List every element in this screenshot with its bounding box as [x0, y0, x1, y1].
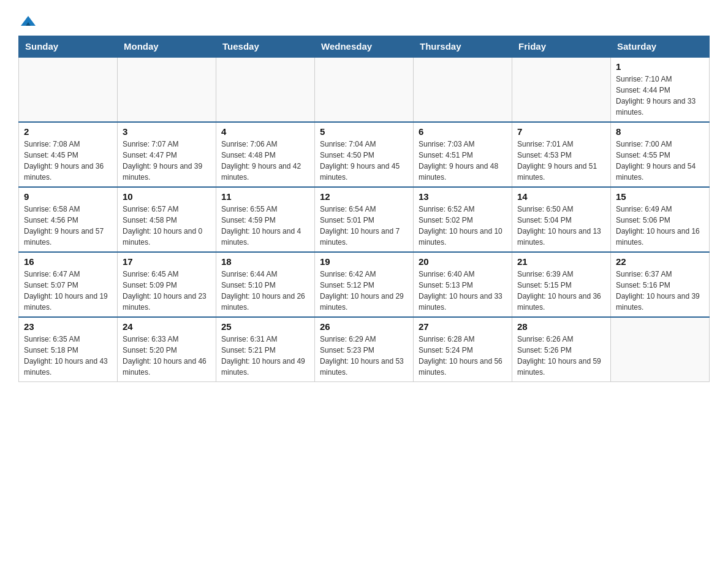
calendar-cell: 18Sunrise: 6:44 AMSunset: 5:10 PMDayligh… [216, 252, 315, 317]
calendar-cell: 10Sunrise: 6:57 AMSunset: 4:58 PMDayligh… [118, 187, 216, 252]
day-info: Sunrise: 7:06 AMSunset: 4:48 PMDaylight:… [221, 139, 309, 183]
calendar-cell: 7Sunrise: 7:01 AMSunset: 4:53 PMDaylight… [512, 122, 611, 187]
day-info: Sunrise: 6:42 AMSunset: 5:12 PMDaylight:… [320, 269, 408, 313]
day-number: 7 [517, 126, 605, 137]
calendar-cell: 2Sunrise: 7:08 AMSunset: 4:45 PMDaylight… [19, 122, 118, 187]
calendar-cell: 1Sunrise: 7:10 AMSunset: 4:44 PMDaylight… [611, 57, 710, 122]
calendar-cell [19, 57, 118, 122]
day-info: Sunrise: 6:44 AMSunset: 5:10 PMDaylight:… [221, 269, 309, 313]
calendar-cell: 22Sunrise: 6:37 AMSunset: 5:16 PMDayligh… [611, 252, 710, 317]
calendar-cell: 26Sunrise: 6:29 AMSunset: 5:23 PMDayligh… [315, 317, 414, 382]
weekday-header-friday: Friday [512, 36, 611, 58]
day-number: 1 [616, 61, 704, 72]
calendar-cell: 17Sunrise: 6:45 AMSunset: 5:09 PMDayligh… [118, 252, 216, 317]
day-info: Sunrise: 7:00 AMSunset: 4:55 PMDaylight:… [616, 139, 704, 183]
day-number: 23 [24, 321, 112, 332]
calendar-cell [512, 57, 611, 122]
day-info: Sunrise: 6:49 AMSunset: 5:06 PMDaylight:… [616, 204, 704, 248]
calendar-cell: 6Sunrise: 7:03 AMSunset: 4:51 PMDaylight… [414, 122, 512, 187]
weekday-header-thursday: Thursday [414, 36, 512, 58]
calendar-cell [611, 317, 710, 382]
calendar-cell: 16Sunrise: 6:47 AMSunset: 5:07 PMDayligh… [19, 252, 118, 317]
day-number: 22 [616, 256, 704, 267]
day-number: 26 [320, 321, 408, 332]
calendar-cell: 23Sunrise: 6:35 AMSunset: 5:18 PMDayligh… [19, 317, 118, 382]
day-info: Sunrise: 6:31 AMSunset: 5:21 PMDaylight:… [221, 334, 309, 378]
day-number: 27 [419, 321, 507, 332]
day-info: Sunrise: 6:55 AMSunset: 4:59 PMDaylight:… [221, 204, 309, 248]
calendar-body: 1Sunrise: 7:10 AMSunset: 4:44 PMDaylight… [19, 57, 710, 382]
day-number: 18 [221, 256, 309, 267]
day-number: 13 [419, 191, 507, 202]
day-number: 12 [320, 191, 408, 202]
day-info: Sunrise: 7:01 AMSunset: 4:53 PMDaylight:… [517, 139, 605, 183]
day-info: Sunrise: 7:03 AMSunset: 4:51 PMDaylight:… [419, 139, 507, 183]
calendar-cell: 8Sunrise: 7:00 AMSunset: 4:55 PMDaylight… [611, 122, 710, 187]
calendar-header: SundayMondayTuesdayWednesdayThursdayFrid… [19, 36, 710, 58]
day-info: Sunrise: 6:58 AMSunset: 4:56 PMDaylight:… [24, 204, 112, 248]
day-number: 19 [320, 256, 408, 267]
weekday-header-monday: Monday [118, 36, 216, 58]
weekday-header-wednesday: Wednesday [315, 36, 414, 58]
weekday-header-sunday: Sunday [19, 36, 118, 58]
calendar-cell: 3Sunrise: 7:07 AMSunset: 4:47 PMDaylight… [118, 122, 216, 187]
day-info: Sunrise: 6:39 AMSunset: 5:15 PMDaylight:… [517, 269, 605, 313]
day-number: 28 [517, 321, 605, 332]
calendar-cell: 20Sunrise: 6:40 AMSunset: 5:13 PMDayligh… [414, 252, 512, 317]
day-number: 3 [123, 126, 211, 137]
day-info: Sunrise: 6:29 AMSunset: 5:23 PMDaylight:… [320, 334, 408, 378]
calendar-cell: 11Sunrise: 6:55 AMSunset: 4:59 PMDayligh… [216, 187, 315, 252]
day-info: Sunrise: 6:33 AMSunset: 5:20 PMDaylight:… [123, 334, 211, 378]
weekday-header-row: SundayMondayTuesdayWednesdayThursdayFrid… [19, 36, 710, 58]
day-number: 16 [24, 256, 112, 267]
day-info: Sunrise: 6:35 AMSunset: 5:18 PMDaylight:… [24, 334, 112, 378]
day-number: 15 [616, 191, 704, 202]
day-number: 24 [123, 321, 211, 332]
calendar-cell: 24Sunrise: 6:33 AMSunset: 5:20 PMDayligh… [118, 317, 216, 382]
calendar-week-3: 9Sunrise: 6:58 AMSunset: 4:56 PMDaylight… [19, 187, 710, 252]
calendar-cell [315, 57, 414, 122]
calendar-cell: 5Sunrise: 7:04 AMSunset: 4:50 PMDaylight… [315, 122, 414, 187]
day-info: Sunrise: 6:26 AMSunset: 5:26 PMDaylight:… [517, 334, 605, 378]
day-number: 25 [221, 321, 309, 332]
day-info: Sunrise: 6:50 AMSunset: 5:04 PMDaylight:… [517, 204, 605, 248]
day-info: Sunrise: 6:47 AMSunset: 5:07 PMDaylight:… [24, 269, 112, 313]
page-header [18, 12, 710, 29]
day-number: 11 [221, 191, 309, 202]
weekday-header-tuesday: Tuesday [216, 36, 315, 58]
calendar-cell [216, 57, 315, 122]
calendar-week-4: 16Sunrise: 6:47 AMSunset: 5:07 PMDayligh… [19, 252, 710, 317]
calendar-cell: 25Sunrise: 6:31 AMSunset: 5:21 PMDayligh… [216, 317, 315, 382]
day-info: Sunrise: 7:04 AMSunset: 4:50 PMDaylight:… [320, 139, 408, 183]
day-number: 4 [221, 126, 309, 137]
calendar-cell: 9Sunrise: 6:58 AMSunset: 4:56 PMDaylight… [19, 187, 118, 252]
day-info: Sunrise: 7:07 AMSunset: 4:47 PMDaylight:… [123, 139, 211, 183]
calendar-week-1: 1Sunrise: 7:10 AMSunset: 4:44 PMDaylight… [19, 57, 710, 122]
day-number: 8 [616, 126, 704, 137]
calendar-week-2: 2Sunrise: 7:08 AMSunset: 4:45 PMDaylight… [19, 122, 710, 187]
day-number: 2 [24, 126, 112, 137]
calendar-cell [414, 57, 512, 122]
calendar-cell: 12Sunrise: 6:54 AMSunset: 5:01 PMDayligh… [315, 187, 414, 252]
day-number: 20 [419, 256, 507, 267]
day-info: Sunrise: 6:37 AMSunset: 5:16 PMDaylight:… [616, 269, 704, 313]
calendar-cell: 21Sunrise: 6:39 AMSunset: 5:15 PMDayligh… [512, 252, 611, 317]
day-number: 6 [419, 126, 507, 137]
calendar-cell: 4Sunrise: 7:06 AMSunset: 4:48 PMDaylight… [216, 122, 315, 187]
day-info: Sunrise: 7:08 AMSunset: 4:45 PMDaylight:… [24, 139, 112, 183]
calendar-cell: 28Sunrise: 6:26 AMSunset: 5:26 PMDayligh… [512, 317, 611, 382]
day-number: 21 [517, 256, 605, 267]
calendar-cell: 27Sunrise: 6:28 AMSunset: 5:24 PMDayligh… [414, 317, 512, 382]
day-number: 14 [517, 191, 605, 202]
logo-icon [20, 12, 37, 29]
day-info: Sunrise: 6:57 AMSunset: 4:58 PMDaylight:… [123, 204, 211, 248]
calendar-cell: 19Sunrise: 6:42 AMSunset: 5:12 PMDayligh… [315, 252, 414, 317]
day-info: Sunrise: 6:54 AMSunset: 5:01 PMDaylight:… [320, 204, 408, 248]
day-info: Sunrise: 6:52 AMSunset: 5:02 PMDaylight:… [419, 204, 507, 248]
calendar-cell: 14Sunrise: 6:50 AMSunset: 5:04 PMDayligh… [512, 187, 611, 252]
day-number: 9 [24, 191, 112, 202]
calendar-cell: 13Sunrise: 6:52 AMSunset: 5:02 PMDayligh… [414, 187, 512, 252]
weekday-header-saturday: Saturday [611, 36, 710, 58]
logo [18, 12, 38, 29]
calendar-cell: 15Sunrise: 6:49 AMSunset: 5:06 PMDayligh… [611, 187, 710, 252]
